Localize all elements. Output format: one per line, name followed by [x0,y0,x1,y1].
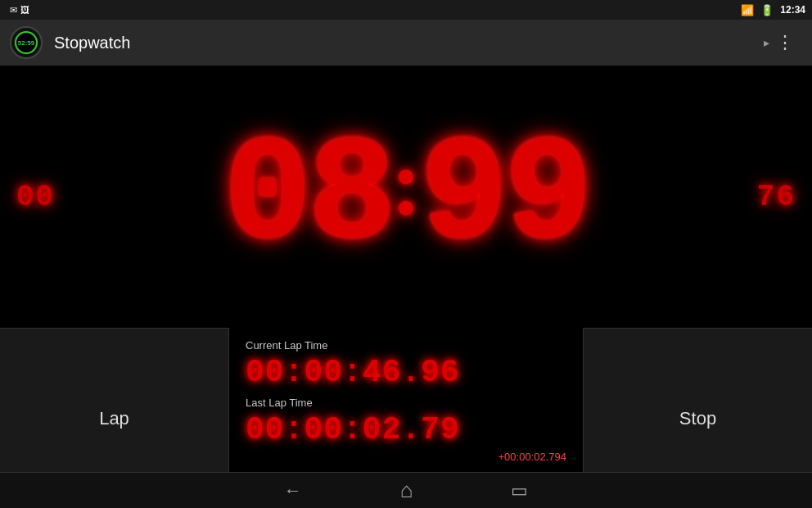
picture-icon: 🖼 [20,5,29,15]
wifi-icon: 📶 [741,4,754,16]
recent-apps-button[interactable]: ▭ [511,480,528,501]
battery-icon: 🔋 [760,4,774,16]
app-icon: 52:59 [10,26,43,59]
nav-bar: ← ⌂ ▭ [0,472,812,508]
app-title: Stopwatch [54,34,760,52]
title-bar: 52:59 Stopwatch ▸ ⋮ [0,20,812,66]
colon-dot-bottom [399,201,413,215]
main-display: 00 08 99 76 [0,66,812,328]
main-digit-seconds: 99 [420,123,589,270]
right-small-display: 76 [757,180,796,214]
status-bar: ✉ 🖼 📶 🔋 12:34 [0,0,812,20]
left-small-display: 00 [16,180,55,214]
dropdown-arrow-icon: ▸ [764,36,769,49]
icon-time-label: 52:59 [18,39,34,47]
home-button[interactable]: ⌂ [400,478,413,503]
digital-clock: 08 99 [223,123,589,270]
colon-dot-top [399,170,413,184]
back-button[interactable]: ← [284,480,302,501]
current-lap-time: 00:00:46.96 [246,355,566,390]
notification-area: ✉ 🖼 [7,5,29,16]
last-lap-time: 00:00:02.79 [246,412,566,447]
email-icon: ✉ [10,5,17,16]
overflow-menu-button[interactable]: ⋮ [769,25,802,60]
status-time: 12:34 [780,4,805,16]
colon-separator [392,170,420,215]
last-lap-label: Last Lap Time [246,397,566,409]
delta-time: +00:00:02.794 [246,451,566,463]
app-icon-inner: 52:59 [15,31,38,54]
main-digit-tens: 08 [223,123,392,270]
current-lap-label: Current Lap Time [246,339,566,352]
